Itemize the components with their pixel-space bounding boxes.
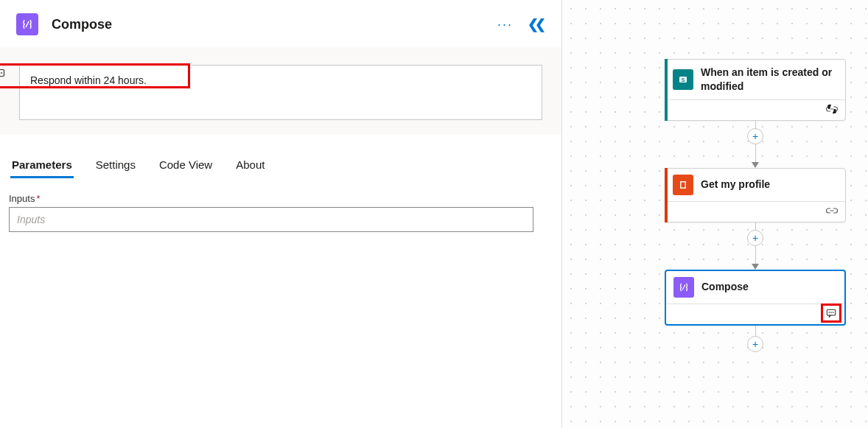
add-action-button[interactable]: + [747,230,763,246]
collapse-panel-button[interactable]: ❮❮ [528,16,550,32]
sharepoint-icon: S [673,69,693,90]
note-section: Respond within 24 hours. [0,47,561,135]
flow-container: S When an item is created or modified + [664,59,847,355]
flow-node-profile[interactable]: Get my profile [665,168,846,222]
connector: + [752,121,759,168]
more-menu-button[interactable]: ··· [497,21,513,28]
note-icon [826,308,836,318]
card-title: Compose [701,280,749,294]
panel-header: Compose ··· ❮❮ [0,0,561,47]
add-action-button[interactable]: + [747,128,763,144]
action-note-box[interactable]: Respond within 24 hours. [19,65,542,120]
svg-point-11 [833,312,834,313]
flow-node-trigger[interactable]: S When an item is created or modified [665,59,846,121]
card-footer [665,201,845,222]
card-title: Get my profile [701,178,770,192]
compose-icon [673,277,694,298]
connector: + [752,222,759,270]
note-icon [0,68,5,82]
svg-rect-7 [682,182,685,187]
svg-text:S: S [682,77,685,82]
flow-canvas[interactable]: S When an item is created or modified + [561,0,868,428]
office365-icon [673,175,693,195]
svg-point-9 [829,312,830,313]
card-footer [666,304,844,324]
config-tabs: Parameters Settings Code View About [0,135,561,177]
add-action-button[interactable]: + [747,336,763,352]
parameters-area: Inputs * [0,177,561,241]
tab-parameters[interactable]: Parameters [10,155,74,177]
compose-icon [21,18,33,30]
compose-action-icon [16,13,38,35]
link-icon [826,104,838,116]
link-icon [826,206,838,217]
tab-code-view[interactable]: Code View [158,155,214,177]
connector-end: + [755,326,756,355]
tab-about[interactable]: About [234,155,266,177]
card-footer [665,99,845,120]
card-accent [665,168,668,222]
flow-node-compose[interactable]: Compose [665,270,846,326]
inputs-label: Inputs * [9,193,553,204]
note-text: Respond within 24 hours. [30,74,147,86]
tab-settings[interactable]: Settings [94,155,137,177]
required-indicator: * [36,193,40,204]
svg-point-3 [1,72,2,74]
action-config-panel: Compose ··· ❮❮ Respond within 24 hours. … [0,0,561,428]
card-title: When an item is created or modified [701,66,838,94]
panel-title: Compose [52,17,112,32]
arrow-down-icon [752,264,759,270]
arrow-down-icon [752,162,759,168]
card-accent [665,59,668,121]
svg-point-10 [830,312,832,313]
inputs-field[interactable] [9,207,533,232]
annotation-highlight [821,304,841,323]
